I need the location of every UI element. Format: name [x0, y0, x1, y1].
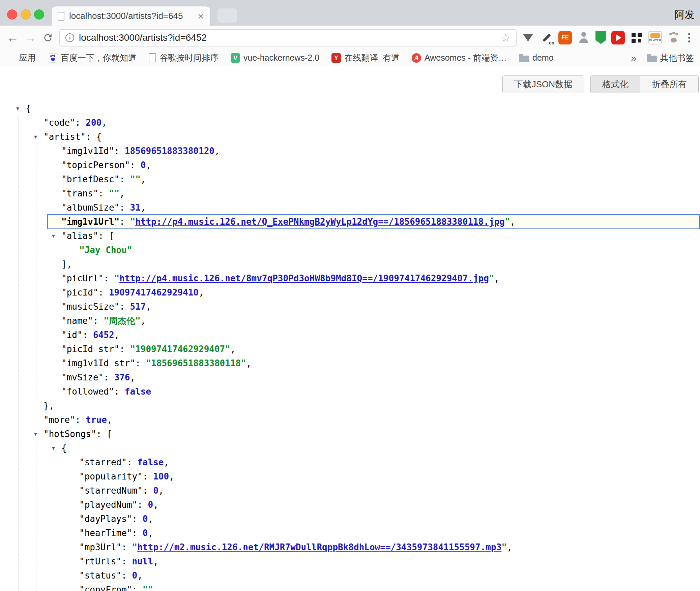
json-token: :	[143, 471, 153, 481]
json-token: ,	[141, 316, 146, 326]
close-window-button[interactable]	[7, 9, 17, 20]
json-line: "starredNum": 0,	[0, 484, 700, 498]
bookmark-item[interactable]: 应用	[6, 52, 36, 63]
json-token: 376	[114, 372, 130, 382]
format-button[interactable]: 格式化	[590, 75, 640, 93]
zoom-window-button[interactable]	[34, 9, 44, 20]
indent-guide	[54, 484, 54, 498]
json-url-link[interactable]: http://m2.music.126.net/RMJR7wDullRqppBk…	[137, 542, 501, 552]
bookmark-item[interactable]: Vvue-hackernews-2.0	[231, 53, 319, 63]
indent-guide	[18, 512, 19, 526]
tab-close-icon[interactable]: ×	[198, 11, 204, 22]
json-line-selected: "img1v1Url": "http://p4.music.126.net/Q_…	[0, 215, 700, 229]
json-token: ,	[164, 457, 169, 467]
indent-guide	[54, 512, 54, 526]
json-token: ,	[107, 415, 112, 425]
download-json-button[interactable]: 下载JSON数据	[502, 75, 584, 93]
json-line: "picId": 19097417462929410,	[0, 285, 700, 300]
bookmark-item[interactable]: demo	[519, 53, 554, 63]
indent-guide	[36, 285, 36, 300]
flag-ext-icon[interactable]	[521, 31, 535, 44]
bookmark-star-icon[interactable]: ☆	[501, 31, 511, 44]
json-token: {	[26, 103, 31, 114]
bookmark-item[interactable]: AAwesomes - 前端资…	[412, 52, 507, 63]
browser-tab[interactable]: localhost:3000/artists?id=645 ×	[52, 6, 210, 26]
address-bar[interactable]: i localhost:3000/artists?id=6452 ☆	[59, 29, 517, 46]
indent-guide	[36, 469, 36, 484]
json-token: "picUrl"	[61, 273, 104, 283]
collapse-toggle-icon[interactable]: ▼	[16, 101, 19, 116]
translate-en-ext-icon[interactable]: en	[540, 31, 553, 44]
page-content: 下载JSON数据 格式化 折叠所有 ▼{"code": 200,▼"artist…	[0, 66, 700, 591]
collapse-toggle-icon[interactable]: ▼	[34, 130, 37, 144]
indent-guide	[18, 384, 19, 399]
json-token: :	[98, 231, 109, 241]
indent-guide	[54, 243, 54, 257]
player-ext-icon[interactable]: PLAYER	[648, 31, 662, 44]
bookmark-item[interactable]: 谷歌按时间排序	[149, 52, 218, 63]
fe-ext-icon[interactable]: FE	[558, 31, 572, 44]
json-token: :	[83, 330, 93, 340]
json-token: :	[75, 415, 86, 425]
browser-menu-button[interactable]	[682, 31, 696, 44]
json-token: :	[132, 514, 143, 524]
json-token: "starred"	[79, 457, 127, 467]
indent-guide	[18, 200, 19, 215]
collapse-toggle-icon[interactable]: ▼	[34, 427, 37, 441]
json-token: 517	[130, 302, 146, 312]
bookmarks-overflow-chevron[interactable]: »	[631, 52, 637, 64]
json-line: "briefDesc": "",	[0, 172, 700, 186]
indent-guide	[18, 243, 19, 257]
youtube-ext-icon[interactable]	[611, 31, 625, 44]
json-token: :	[119, 203, 130, 213]
collapse-all-button[interactable]: 折叠所有	[640, 75, 699, 93]
bookmark-item[interactable]: 百度一下，你就知道	[48, 52, 137, 63]
json-token: "Jay Chou"	[79, 245, 132, 255]
paw-ext-icon[interactable]	[667, 31, 680, 44]
indent-guide	[18, 526, 19, 540]
new-tab-button[interactable]	[217, 8, 237, 23]
shield-ext-icon[interactable]	[595, 31, 606, 44]
profile-name[interactable]: 阿发	[674, 8, 695, 22]
indent-guide	[18, 116, 19, 130]
json-token: ,	[146, 160, 151, 170]
json-token: "	[505, 217, 510, 227]
json-token: 6452	[93, 330, 114, 340]
qr-code-ext-icon[interactable]	[630, 31, 643, 44]
reload-button[interactable]	[39, 29, 57, 46]
json-token: ,	[148, 514, 153, 524]
json-token: :	[98, 188, 109, 198]
json-token: :	[132, 528, 143, 538]
json-token: :	[135, 358, 146, 368]
indent-guide	[36, 186, 36, 200]
json-token: :	[121, 556, 132, 566]
bookmark-item[interactable]: Y在线翻译_有道	[331, 52, 400, 63]
indent-guide	[18, 498, 19, 512]
bookmark-label: 应用	[19, 52, 36, 63]
json-line: "popularity": 100,	[0, 469, 700, 484]
indent-guide	[18, 130, 19, 144]
indent-guide	[54, 455, 54, 469]
indent-guide	[18, 215, 19, 229]
url-text[interactable]: localhost:3000/artists?id=6452	[79, 32, 501, 43]
json-token: :	[98, 287, 109, 298]
folder-favicon-icon	[519, 56, 529, 62]
back-button[interactable]: ←	[4, 29, 22, 46]
page-info-icon[interactable]: i	[65, 33, 74, 42]
indent-guide	[18, 554, 19, 568]
json-token: "name"	[61, 316, 93, 326]
json-line: "img1v1Id_str": "18569651883380118",	[0, 356, 700, 370]
forward-button[interactable]: →	[22, 29, 39, 46]
json-token: [	[109, 231, 114, 241]
indent-guide	[36, 356, 36, 370]
other-bookmarks-folder[interactable]: 其他书签	[647, 52, 694, 63]
json-url-link[interactable]: http://p4.music.126.net/Q_ExePNkmgB2yWyL…	[135, 217, 505, 227]
minimize-window-button[interactable]	[21, 9, 31, 20]
indent-guide	[54, 568, 54, 583]
collapse-toggle-icon[interactable]: ▼	[52, 229, 55, 243]
json-token: "19097417462929407"	[130, 344, 230, 354]
json-line: "name": "周杰伦",	[0, 314, 700, 328]
json-url-link[interactable]: http://p4.music.126.net/8mv7qP30Pd3oHW8b…	[119, 273, 489, 283]
profile-person-ext-icon[interactable]	[577, 31, 590, 44]
collapse-toggle-icon[interactable]: ▼	[52, 441, 55, 455]
